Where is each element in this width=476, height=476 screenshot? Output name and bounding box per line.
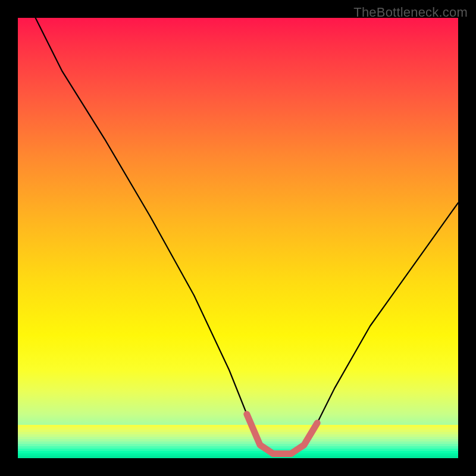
chart-svg xyxy=(18,18,458,458)
chart-trough-highlight xyxy=(247,414,317,454)
watermark-text: TheBottleneck.com xyxy=(353,5,468,20)
chart-plot-area xyxy=(18,18,458,458)
chart-main-curve xyxy=(36,18,458,454)
